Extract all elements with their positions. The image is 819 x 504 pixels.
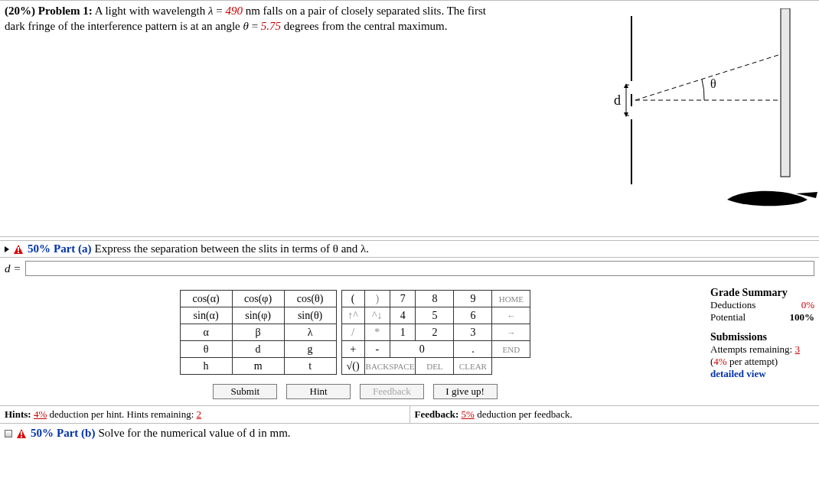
keypad-key[interactable]: 7 — [390, 291, 415, 307]
keypad-key[interactable]: θ — [180, 341, 232, 358]
warning-icon — [14, 245, 23, 254]
answer-input-row: d = — [0, 258, 819, 279]
part-b-header[interactable]: 50% Part (b) Solve for the numerical val… — [0, 424, 819, 443]
keypad-key[interactable]: cos(θ) — [284, 291, 336, 307]
part-a-prompt: Express the separation between the slits… — [95, 242, 370, 255]
svg-rect-15 — [18, 252, 19, 253]
warning-icon — [17, 429, 26, 438]
svg-marker-8 — [624, 112, 628, 117]
keypad-key[interactable]: 4 — [390, 307, 415, 324]
svg-rect-14 — [18, 247, 19, 251]
keypad-key[interactable]: 2 — [416, 324, 454, 341]
keypad-key[interactable]: 3 — [454, 324, 492, 341]
svg-line-11 — [635, 54, 781, 100]
keypad-key[interactable]: sin(φ) — [232, 307, 284, 324]
keypad-key[interactable]: 5 — [416, 307, 454, 324]
keypad-key[interactable]: ← — [492, 307, 530, 324]
submit-button[interactable]: Submit — [213, 384, 277, 399]
keypad-key[interactable]: d — [232, 341, 284, 358]
keypad-key[interactable]: CLEAR — [454, 358, 492, 375]
keypad-key[interactable]: cos(φ) — [232, 291, 284, 307]
problem-weight: (20%) Problem 1: — [5, 5, 93, 17]
keypad-key[interactable]: h — [180, 358, 232, 375]
keypad-key[interactable]: DEL — [416, 358, 454, 375]
double-slit-diagram: d θ — [589, 8, 819, 223]
svg-marker-7 — [624, 83, 628, 88]
svg-text:d: d — [614, 93, 621, 108]
expand-icon — [5, 246, 9, 252]
keypad-key[interactable]: 9 — [454, 291, 492, 307]
keypad-key[interactable]: λ — [284, 324, 336, 341]
keypad-key[interactable]: BACKSPACE — [364, 358, 416, 375]
svg-text:θ: θ — [710, 77, 716, 90]
feedback-button[interactable]: Feedback — [360, 384, 424, 399]
problem-statement: (20%) Problem 1: A light with wavelength… — [0, 0, 819, 237]
keypad-key[interactable]: / — [341, 324, 364, 341]
keypad-key[interactable]: * — [364, 324, 390, 341]
grade-summary-title: Grade Summary — [710, 287, 814, 299]
hint-button[interactable]: Hint — [286, 384, 351, 399]
keypad-key[interactable]: 0 — [390, 341, 453, 358]
keypad-key[interactable]: α — [180, 324, 232, 341]
keypad-key[interactable]: t — [284, 358, 336, 375]
submissions-title: Submissions — [710, 331, 814, 343]
answer-lhs: d = — [5, 262, 21, 275]
keypad-key[interactable]: 6 — [454, 307, 492, 324]
keypad-key[interactable]: sin(α) — [180, 307, 232, 324]
detailed-view-link[interactable]: detailed view — [710, 368, 766, 379]
keypad-key[interactable]: m — [232, 358, 284, 375]
part-b-weight: 50% — [31, 427, 54, 440]
keypad-key[interactable]: END — [492, 341, 530, 358]
part-a-weight: 50% — [28, 242, 51, 255]
grade-summary-panel: Grade Summary Deductions0% Potential100%… — [710, 279, 814, 405]
keypad-key[interactable]: 1 — [390, 324, 415, 341]
keypad-key[interactable]: → — [492, 324, 530, 341]
answer-input[interactable] — [25, 261, 814, 276]
svg-rect-0 — [781, 8, 790, 177]
keypad-key[interactable]: √() — [341, 358, 364, 375]
svg-rect-17 — [21, 431, 22, 435]
keypad-key[interactable]: + — [341, 341, 364, 358]
keypad-key[interactable]: ^↓ — [364, 307, 390, 324]
keypad-key[interactable]: 8 — [416, 291, 454, 307]
hints-feedback-row: Hints: 4% deduction per hint. Hints rema… — [0, 406, 819, 424]
svg-rect-18 — [21, 436, 22, 437]
function-keypad: cos(α)cos(φ)cos(θ)sin(α)sin(φ)sin(θ)αβλθ… — [180, 290, 337, 375]
keypad-key[interactable]: ) — [364, 291, 390, 307]
keypad-key[interactable]: ( — [341, 291, 364, 307]
keypad-key[interactable]: β — [232, 324, 284, 341]
keypad-key[interactable]: . — [454, 341, 492, 358]
keypad-key[interactable]: ↑^ — [341, 307, 364, 324]
part-b-prompt: Solve for the numerical value of d in mm… — [98, 427, 290, 440]
numeric-keypad: ()789HOME↑^^↓456←/*123→+-0.END√()BACKSPA… — [341, 290, 531, 375]
keypad-key[interactable]: g — [284, 341, 336, 358]
part-a-label: Part (a) — [54, 242, 92, 255]
part-b-label: Part (b) — [57, 427, 95, 440]
collapse-icon — [5, 430, 12, 437]
keypad-key[interactable]: cos(α) — [180, 291, 232, 307]
part-a-header[interactable]: 50% Part (a) Express the separation betw… — [0, 240, 819, 258]
keypad-key[interactable]: sin(θ) — [284, 307, 336, 324]
keypad-key[interactable]: - — [364, 341, 390, 358]
keypad-key[interactable]: HOME — [492, 291, 530, 307]
give-up-button[interactable]: I give up! — [433, 384, 498, 399]
